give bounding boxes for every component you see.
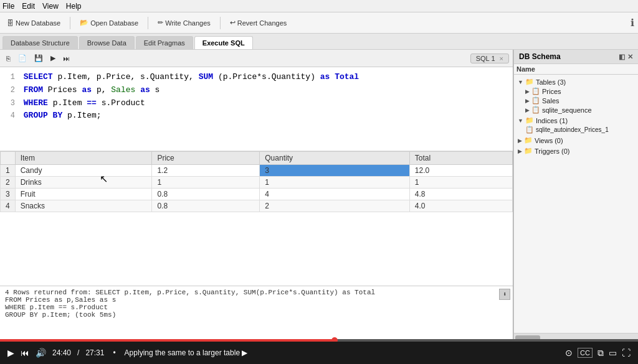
video-pip-button[interactable]: ⧉ (598, 348, 604, 358)
cell-quantity[interactable]: 3 (260, 165, 410, 177)
expand-views-icon: ▶ (518, 138, 522, 144)
right-panel: DB Schema ◧ ✕ Name ▼ 📁 Tables (3) ▶ 📋 Pr… (513, 50, 638, 342)
row-num: 3 (1, 189, 16, 200)
video-time-current: 24:40 (52, 348, 71, 357)
cell-total[interactable]: 12.0 (409, 165, 512, 177)
sql-line-1: 1 SELECT p.Item, p.Price, s.Quantity, SU… (5, 71, 508, 84)
separator (70, 17, 70, 29)
cell-item[interactable]: Candy (15, 165, 152, 177)
volume-button[interactable]: 🔊 (36, 348, 46, 358)
sql-tool-btn-2[interactable]: 📄 (16, 53, 29, 63)
cell-quantity[interactable]: 4 (260, 189, 410, 200)
menu-view[interactable]: View (42, 2, 59, 11)
cell-total[interactable]: 4.8 (409, 189, 512, 200)
cell-total[interactable]: 1 (409, 177, 512, 189)
schema-icon-2[interactable]: ✕ (627, 53, 633, 61)
revert-changes-button[interactable]: ↩ Revert Changes (227, 17, 290, 29)
sales-row[interactable]: ▶ 📋 Sales (517, 96, 636, 105)
schema-icon-1[interactable]: ◧ (619, 53, 625, 61)
tables-section: ▼ 📁 Tables (3) ▶ 📋 Prices ▶ 📋 Sales ▶ 📋 (517, 77, 636, 114)
col-header-price[interactable]: Price (152, 152, 260, 165)
main-layout: ⎘ 📄 💾 ▶ ⏭ SQL 1 × (0, 50, 638, 342)
indices-row[interactable]: ▼ 📁 Indices (1) (517, 116, 636, 125)
write-changes-button[interactable]: ✏ Write Changes (155, 17, 214, 29)
views-section: ▶ 📁 Views (0) (517, 136, 636, 145)
skip-back-button[interactable]: ⏮ (21, 348, 29, 358)
open-file-icon: 📄 (18, 54, 27, 62)
tabs-bar: Database Structure Browse Data Edit Prag… (0, 34, 638, 50)
log-area: 4 Rows returned from: SELECT p.Item, p.P… (0, 286, 513, 342)
table-row: 2 Drinks 1 1 1 (1, 177, 513, 189)
views-row[interactable]: ▶ 📁 Views (0) (517, 136, 636, 145)
col-header-rownum (1, 152, 16, 165)
col-header-quantity[interactable]: Quantity (260, 152, 410, 165)
schema-header: DB Schema ◧ ✕ (514, 50, 638, 64)
video-theater-button[interactable]: ▭ (609, 348, 617, 358)
triggers-section: ▶ 📁 Triggers (0) (517, 146, 636, 156)
play-pause-button[interactable]: ▶ (7, 348, 14, 358)
tab-execute-sql[interactable]: Execute SQL (194, 36, 253, 49)
prices-row[interactable]: ▶ 📋 Prices (517, 86, 636, 96)
sql-tool-btn-3[interactable]: 💾 (32, 53, 45, 63)
cell-price[interactable]: 1.2 (152, 165, 260, 177)
info-icon[interactable]: ℹ (631, 17, 634, 29)
results-table: Item Price Quantity Total 1 Candy 1.2 3 … (0, 151, 513, 212)
views-folder-icon: 📁 (524, 136, 533, 144)
sales-label: Sales (542, 97, 559, 105)
sql-run-line-button[interactable]: ⏭ (60, 54, 72, 63)
cell-quantity[interactable]: 1 (260, 177, 410, 189)
tab-edit-pragmas[interactable]: Edit Pragmas (136, 36, 193, 49)
video-caption: Applying the same to a larger table ▶ (125, 348, 559, 357)
cell-item[interactable]: Drinks (15, 177, 152, 189)
new-database-button[interactable]: 🗄 New Database (4, 17, 64, 29)
revert-icon: ↩ (230, 19, 236, 27)
prices-label: Prices (542, 88, 561, 95)
col-header-item[interactable]: Item (15, 152, 152, 165)
prices-folder-icon: 📋 (531, 87, 540, 95)
sql-tool-btn-1[interactable]: ⎘ (4, 54, 13, 63)
cell-total[interactable]: 4.0 (409, 200, 512, 212)
menu-file[interactable]: File (2, 2, 14, 11)
col-header-total[interactable]: Total (409, 152, 512, 165)
tab-database-structure[interactable]: Database Structure (2, 36, 78, 49)
row-num: 2 (1, 177, 16, 189)
sql-tab-close[interactable]: × (500, 55, 503, 62)
tables-folder-icon: 📁 (525, 78, 534, 86)
sqlite-sequence-label: sqlite_sequence (542, 106, 592, 114)
cell-price[interactable]: 0.8 (152, 200, 260, 212)
schema-icons: ◧ ✕ (619, 53, 633, 61)
video-cc-button[interactable]: CC (578, 348, 593, 358)
sql-run-button[interactable]: ▶ (48, 53, 58, 63)
video-fullscreen-button[interactable]: ⛶ (622, 348, 631, 358)
cell-price[interactable]: 0.8 (152, 189, 260, 200)
sqlite-sequence-row[interactable]: ▶ 📋 sqlite_sequence (517, 105, 636, 114)
tables-label: Tables (3) (536, 78, 566, 86)
menu-help[interactable]: Help (66, 2, 82, 11)
video-bar: ▶ ⏮ 🔊 24:40 / 27:31 • Applying the same … (0, 342, 638, 364)
triggers-label: Triggers (0) (535, 147, 569, 155)
copy-icon: ⎘ (6, 55, 11, 62)
schema-body: ▼ 📁 Tables (3) ▶ 📋 Prices ▶ 📋 Sales ▶ 📋 (514, 75, 638, 333)
table-row: 3 Fruit 0.8 4 4.8 (1, 189, 513, 200)
sql-editor[interactable]: 1 SELECT p.Item, p.Price, s.Quantity, SU… (0, 67, 513, 151)
log-scroll-icon[interactable]: ⬇ (499, 289, 510, 300)
video-airplay-button[interactable]: ⊙ (565, 348, 573, 358)
cell-price[interactable]: 1 (152, 177, 260, 189)
expand-sales-icon: ▶ (525, 98, 530, 104)
cell-item[interactable]: Fruit (15, 189, 152, 200)
run-icon: ▶ (50, 54, 55, 62)
tab-browse-data[interactable]: Browse Data (79, 36, 135, 49)
video-time-separator: / (77, 348, 79, 357)
tables-row[interactable]: ▼ 📁 Tables (3) (517, 77, 636, 86)
results-area[interactable]: Item Price Quantity Total 1 Candy 1.2 3 … (0, 151, 513, 286)
menu-edit[interactable]: Edit (22, 2, 35, 11)
sql-tab-1[interactable]: SQL 1 × (470, 54, 509, 63)
expand-tables-icon: ▼ (518, 79, 523, 85)
schema-name-col: Name (514, 64, 638, 75)
cell-item[interactable]: Snacks (15, 200, 152, 212)
cell-quantity[interactable]: 2 (260, 200, 410, 212)
open-database-button[interactable]: 📂 Open Database (77, 17, 141, 29)
autoindex-row[interactable]: 📋 sqlite_autoindex_Prices_1 (517, 125, 636, 134)
expand-indices-icon: ▼ (518, 118, 523, 124)
triggers-row[interactable]: ▶ 📁 Triggers (0) (517, 146, 636, 156)
